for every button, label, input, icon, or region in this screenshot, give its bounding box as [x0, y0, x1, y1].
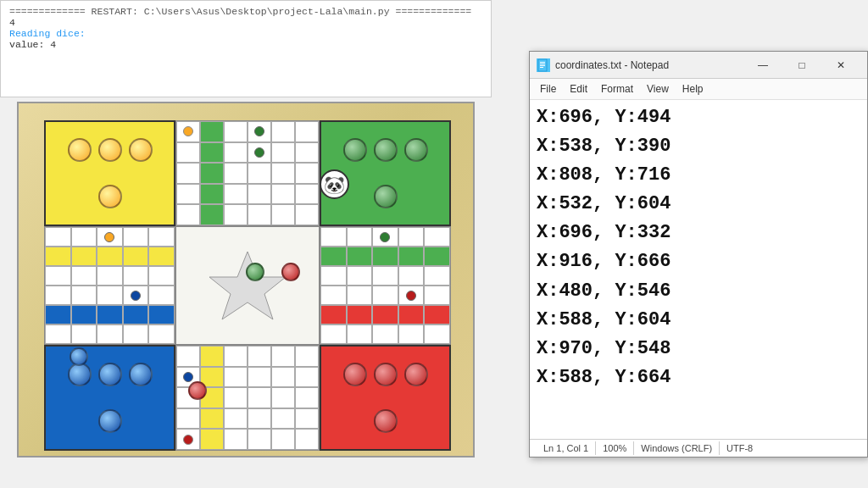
- on-board-blue-piece: [70, 347, 88, 366]
- coordinate-line: X:970, Y:548: [537, 335, 860, 363]
- menu-file[interactable]: File: [533, 80, 563, 97]
- cell: [424, 305, 450, 324]
- cell: [248, 346, 271, 367]
- board-inner: 🐼: [19, 103, 473, 456]
- cell: [271, 204, 295, 225]
- cell: [295, 121, 319, 142]
- cell: [148, 305, 175, 324]
- value-output: 4: [9, 17, 482, 28]
- cell: [372, 266, 398, 286]
- cell: [176, 142, 200, 164]
- minimize-button[interactable]: —: [743, 52, 782, 79]
- piece-red-3: [404, 363, 428, 386]
- cell: [320, 266, 347, 286]
- cell: [45, 266, 71, 286]
- cell: [347, 227, 373, 247]
- cell: [71, 286, 97, 305]
- piece-yellow-3: [129, 138, 153, 162]
- path-left: [44, 226, 175, 345]
- coordinate-line: X:696, Y:332: [537, 219, 860, 247]
- notepad-statusbar: Ln 1, Col 1 100% Windows (CRLF) UTF-8: [530, 439, 867, 457]
- menu-help[interactable]: Help: [676, 80, 710, 97]
- cell: [271, 387, 295, 408]
- piece-green-3: [404, 138, 428, 162]
- cell: [424, 266, 450, 286]
- piece-green-4: [374, 185, 398, 208]
- cell: [271, 429, 295, 450]
- on-board-red-piece: [281, 263, 300, 281]
- cell: [295, 408, 319, 430]
- notepad-content[interactable]: X:696, Y:494X:538, Y:390X:808, Y:716X:53…: [530, 100, 867, 439]
- menu-format[interactable]: Format: [594, 80, 640, 97]
- cell: [248, 121, 271, 142]
- menu-view[interactable]: View: [640, 80, 676, 97]
- cell: [248, 367, 271, 388]
- piece-yellow-4: [98, 185, 122, 208]
- notepad-icon: [537, 58, 550, 72]
- cell: [295, 429, 319, 450]
- cell: [71, 247, 97, 266]
- titlebar-buttons[interactable]: — □ ✕: [743, 52, 860, 79]
- cell: [295, 346, 319, 367]
- cell: [224, 387, 248, 408]
- cell: [372, 286, 398, 305]
- cell: [71, 266, 97, 286]
- ludo-board: 🐼: [44, 120, 451, 451]
- cell: [148, 266, 175, 286]
- notepad-title: coordinates.txt - Notepad: [555, 59, 669, 71]
- cell: [224, 204, 248, 225]
- cell: [398, 247, 425, 266]
- status-encoding: UTF-8: [720, 441, 760, 455]
- cell: [347, 324, 373, 344]
- cell: [148, 247, 175, 266]
- cell: [45, 305, 71, 324]
- path-right: [320, 226, 451, 345]
- piece-blue-2: [98, 363, 122, 386]
- cell: [398, 305, 425, 324]
- cell: [271, 367, 295, 388]
- left-panel: ============= RESTART: C:\Users\Asus\Des…: [0, 0, 492, 488]
- coordinate-line: X:916, Y:666: [537, 247, 860, 276]
- cell: [176, 121, 200, 142]
- cell: [295, 163, 319, 184]
- cell: [224, 142, 248, 164]
- cell: [224, 184, 248, 205]
- cell: [176, 204, 200, 225]
- cell: [45, 286, 71, 305]
- cell: [123, 247, 149, 266]
- cell: [200, 204, 224, 225]
- cell: [372, 247, 398, 266]
- cell: [224, 163, 248, 184]
- cell: [248, 429, 271, 450]
- cell: [123, 266, 149, 286]
- cell: [176, 346, 200, 367]
- status-position: Ln 1, Col 1: [537, 441, 596, 455]
- maximize-button[interactable]: □: [782, 52, 821, 79]
- piece-blue-4: [98, 409, 122, 433]
- status-zoom: 100%: [596, 441, 634, 455]
- piece-blue-1: [68, 363, 92, 386]
- cell: [347, 266, 373, 286]
- cell: [295, 142, 319, 164]
- cell: [71, 227, 97, 247]
- cell: [97, 247, 123, 266]
- cell: [123, 305, 149, 324]
- cell: [424, 324, 450, 344]
- corner-blue: [44, 345, 175, 451]
- close-button[interactable]: ✕: [821, 52, 860, 79]
- center-star: [197, 247, 298, 324]
- piece-blue-3: [129, 363, 153, 386]
- menu-edit[interactable]: Edit: [563, 80, 594, 97]
- cell: [200, 429, 224, 450]
- board-container: 🐼: [0, 97, 492, 488]
- cell: [424, 286, 450, 305]
- cell: [224, 367, 248, 388]
- piece-yellow-2: [98, 138, 122, 162]
- cell: [271, 163, 295, 184]
- piece-yellow-1: [68, 138, 92, 162]
- cell: [398, 266, 425, 286]
- cell: [97, 305, 123, 324]
- python-shell: ============= RESTART: C:\Users\Asus\Des…: [0, 0, 492, 97]
- cell: [200, 184, 224, 205]
- cell: [200, 346, 224, 367]
